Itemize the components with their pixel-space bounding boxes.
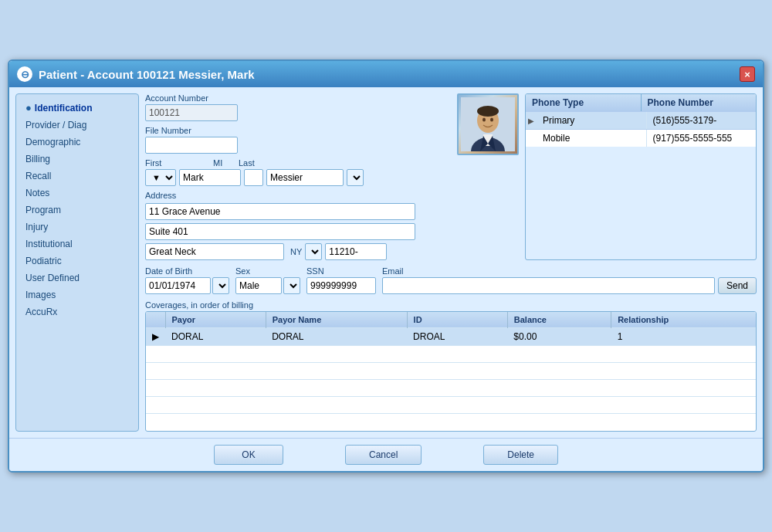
address-line1-input[interactable]	[145, 203, 415, 220]
account-number-input[interactable]	[145, 104, 238, 121]
empty-row-3	[146, 380, 756, 397]
id-cell: DROAL	[407, 328, 507, 346]
account-number-label: Account Number	[145, 93, 451, 103]
email-input[interactable]	[382, 277, 715, 294]
last-name-dropdown[interactable]: ▼	[347, 169, 364, 186]
first-label: First	[145, 158, 207, 168]
phone-number-mobile: (917)555-5555-555	[647, 130, 757, 147]
sidebar-item-demographic[interactable]: Demographic	[16, 134, 138, 151]
sidebar-item-recall[interactable]: Recall	[16, 168, 138, 185]
sidebar-item-institutional[interactable]: Institutional	[16, 236, 138, 252]
sex-input[interactable]	[235, 277, 282, 294]
sidebar-item-user-defined[interactable]: User Defined	[16, 269, 138, 286]
phone-type-mobile: Mobile	[537, 130, 647, 147]
sidebar-label-injury: Injury	[25, 222, 48, 232]
phone-row-primary[interactable]: ▶ Primary (516)555-3179-	[526, 111, 756, 129]
coverages-section: Payor Payor Name ID Balance Relationship…	[145, 311, 757, 432]
last-name-input[interactable]	[266, 169, 344, 186]
sex-group: Sex ▼	[235, 266, 300, 294]
mi-input[interactable]	[244, 169, 263, 186]
sidebar-label-identification: Identification	[35, 103, 93, 114]
dob-dropdown[interactable]: ▼	[212, 277, 229, 294]
balance-col-header: Balance	[507, 312, 611, 328]
city-input[interactable]	[145, 243, 284, 260]
empty-row-5	[146, 414, 756, 431]
payor-name-cell: DORAL	[266, 328, 407, 346]
zip-input[interactable]	[325, 243, 387, 260]
sidebar-label-billing: Billing	[25, 154, 50, 164]
sidebar-label-institutional: Institutional	[25, 239, 73, 249]
cancel-button[interactable]: Cancel	[345, 445, 422, 465]
phone-table: Phone Type Phone Number ▶ Primary (516)5…	[525, 93, 757, 260]
sidebar-label-notes: Notes	[25, 188, 49, 198]
address-line2-input[interactable]	[145, 223, 415, 240]
sidebar-item-injury[interactable]: Injury	[16, 219, 138, 236]
close-button[interactable]: ×	[740, 66, 755, 82]
state-select[interactable]: ▼	[305, 243, 322, 260]
id-col-header: ID	[407, 312, 507, 328]
row-indicator: ▶	[146, 328, 165, 346]
empty-row-4	[146, 397, 756, 414]
title-bar: ⊖ Patient - Account 100121 Messier, Mark…	[9, 61, 763, 87]
coverages-header-row: Payor Payor Name ID Balance Relationship	[146, 312, 756, 328]
address-label: Address	[145, 191, 451, 200]
relationship-cell: 1	[611, 328, 756, 346]
phone-type-col-header: Phone Type	[526, 94, 642, 111]
phone-type-primary: Primary	[537, 112, 647, 129]
main-content: ● Identification Provider / Diag Demogra…	[9, 87, 763, 438]
name-prefix-select[interactable]: ▼	[145, 169, 176, 186]
sidebar-item-billing[interactable]: Billing	[16, 151, 138, 168]
phone-row-indicator: ▶	[526, 112, 537, 129]
payor-col-header: Payor	[165, 312, 266, 328]
window-icon: ⊖	[17, 66, 32, 82]
ssn-label: SSN	[306, 266, 376, 276]
file-number-input[interactable]	[145, 137, 238, 154]
sidebar-item-notes[interactable]: Notes	[16, 185, 138, 202]
ssn-group: SSN	[306, 266, 376, 294]
patient-photo	[457, 93, 519, 155]
identification-icon: ●	[25, 102, 32, 114]
sidebar-item-provider-diag[interactable]: Provider / Diag	[16, 117, 138, 134]
coverages-wrapper: Coverages, in order of billing Payor Pay…	[145, 300, 757, 432]
ok-button[interactable]: OK	[214, 445, 283, 465]
sidebar-item-accurx[interactable]: AccuRx	[16, 303, 138, 320]
phone-row-mobile[interactable]: Mobile (917)555-5555-555	[526, 129, 756, 147]
sidebar-label-podiatric: Podiatric	[25, 256, 62, 266]
coverages-table: Payor Payor Name ID Balance Relationship…	[146, 312, 756, 431]
empty-row-2	[146, 363, 756, 380]
coverages-label: Coverages, in order of billing	[145, 300, 757, 310]
ssn-input[interactable]	[306, 277, 376, 294]
sidebar-label-program: Program	[25, 205, 61, 215]
payor-name-col-header: Payor Name	[266, 312, 407, 328]
content-area: Account Number File Number First MI Last	[145, 93, 757, 432]
sex-label: Sex	[235, 266, 300, 276]
file-number-label: File Number	[145, 126, 451, 135]
phone-number-primary: (516)555-3179-	[647, 112, 757, 129]
dob-input[interactable]	[145, 277, 211, 294]
table-row[interactable]: ▶ DORAL DORAL DROAL $0.00 1	[146, 328, 756, 346]
sidebar-item-program[interactable]: Program	[16, 202, 138, 219]
svg-point-5	[482, 118, 486, 122]
send-email-button[interactable]: Send	[718, 277, 757, 294]
sidebar-item-podiatric[interactable]: Podiatric	[16, 252, 138, 269]
first-name-input[interactable]	[179, 169, 241, 186]
sidebar-item-identification[interactable]: ● Identification	[16, 99, 138, 117]
file-number-group: File Number	[145, 126, 451, 154]
sidebar-label-user-defined: User Defined	[25, 273, 80, 283]
sidebar-label-images: Images	[25, 290, 56, 300]
sidebar-label-accurx: AccuRx	[25, 307, 57, 317]
balance-cell: $0.00	[507, 328, 611, 346]
sidebar: ● Identification Provider / Diag Demogra…	[15, 93, 139, 432]
dob-label: Date of Birth	[145, 266, 229, 276]
sidebar-label-provider-diag: Provider / Diag	[25, 120, 86, 130]
phone-row-mobile-indicator	[526, 130, 537, 147]
window-title: Patient - Account 100121 Messier, Mark	[39, 68, 255, 81]
sidebar-item-images[interactable]: Images	[16, 286, 138, 303]
top-section: Account Number File Number First MI Last	[145, 93, 757, 260]
delete-button[interactable]: Delete	[483, 445, 558, 465]
account-number-group: Account Number	[145, 93, 451, 121]
bottom-bar: OK Cancel Delete	[9, 438, 763, 471]
svg-point-6	[490, 118, 493, 122]
sex-dropdown[interactable]: ▼	[283, 277, 300, 294]
indicator-col-header	[146, 312, 165, 328]
